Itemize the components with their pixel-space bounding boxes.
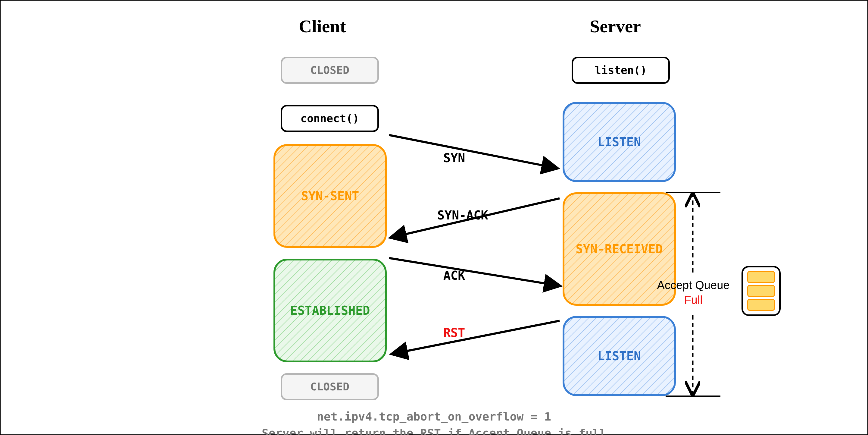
client-closed-top: CLOSED	[281, 57, 379, 84]
client-connect-call: connect()	[281, 105, 379, 132]
caption-line2: Server will return the RST if Accept Que…	[1, 424, 867, 435]
client-established: ESTABLISHED	[274, 259, 387, 362]
accept-queue-status: Full	[684, 294, 702, 306]
queue-slot	[747, 285, 775, 297]
arrow-ack	[389, 258, 560, 286]
header-client: Client	[299, 17, 346, 35]
diagram-frame: Client Server CLOSED connect() SYN-SENT …	[0, 0, 868, 435]
queue-slot	[747, 299, 775, 311]
server-listen-top: LISTEN	[563, 102, 676, 182]
label-rst: RST	[443, 327, 465, 339]
client-syn-sent: SYN-SENT	[274, 144, 387, 248]
accept-queue-text: Accept Queue	[657, 279, 730, 291]
header-server: Server	[590, 17, 641, 35]
queue-slot	[747, 271, 775, 283]
label-synack: SYN-ACK	[437, 209, 488, 221]
arrow-syn	[389, 135, 557, 168]
server-listen-bottom: LISTEN	[563, 316, 676, 396]
label-syn: SYN	[443, 152, 465, 164]
server-listen-call: listen()	[571, 57, 670, 84]
accept-queue-label: Accept Queue Full	[654, 278, 733, 308]
diagram-svg	[1, 1, 868, 435]
accept-queue-icon	[742, 266, 781, 316]
arrow-rst	[392, 321, 560, 354]
caption-line1: net.ipv4.tcp_abort_on_overflow = 1	[1, 408, 867, 426]
label-ack: ACK	[443, 269, 465, 282]
client-closed-bottom: CLOSED	[281, 373, 379, 400]
